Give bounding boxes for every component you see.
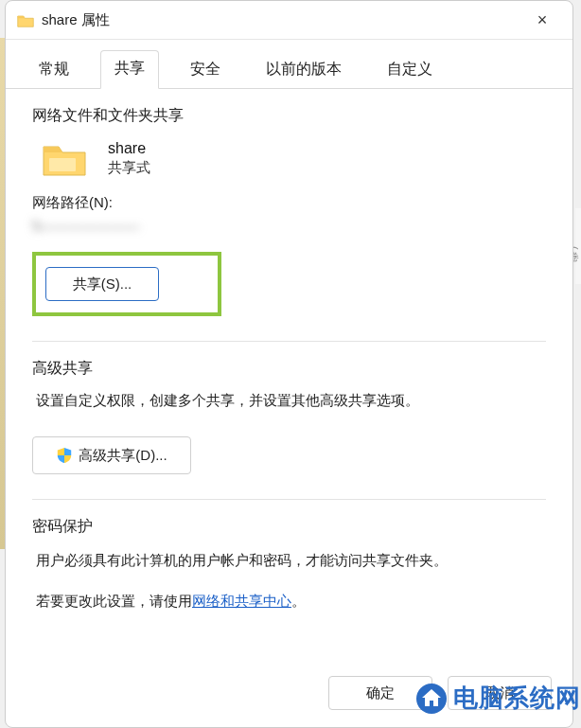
password-line2-post: 。: [291, 593, 306, 609]
divider-2: [32, 499, 546, 500]
ok-button[interactable]: 确定: [328, 676, 432, 710]
share-button-label: 共享(S)...: [73, 275, 132, 293]
folder-text-info: share 共享式: [108, 140, 150, 177]
section-title-network-sharing: 网络文件和文件夹共享: [32, 106, 546, 126]
section-title-password: 密码保护: [32, 517, 546, 537]
advanced-share-button-label: 高级共享(D)...: [79, 447, 167, 465]
window-title: share 属性: [42, 11, 523, 29]
section-title-advanced: 高级共享: [32, 359, 546, 379]
advanced-desc: 设置自定义权限，创建多个共享，并设置其他高级共享选项。: [36, 392, 546, 410]
advanced-sharing-section: 高级共享 设置自定义权限，创建多个共享，并设置其他高级共享选项。 高级共享(D)…: [32, 359, 546, 474]
tab-share[interactable]: 共享: [100, 50, 159, 89]
password-desc-line2: 若要更改此设置，请使用网络和共享中心。: [36, 591, 546, 613]
password-protection-section: 密码保护 用户必须具有此计算机的用户帐户和密码，才能访问共享文件夹。 若要更改此…: [32, 517, 546, 612]
shield-icon: [56, 447, 73, 464]
share-button[interactable]: 共享(S)...: [45, 267, 159, 301]
tab-content: 网络文件和文件夹共享 share 共享式 网络路径(N): \\———————: [6, 89, 572, 663]
folder-name: share: [108, 140, 150, 157]
advanced-share-button[interactable]: 高级共享(D)...: [32, 436, 191, 474]
dialog-footer: 确定 取消: [6, 663, 572, 727]
titlebar: share 属性 ×: [6, 1, 572, 40]
network-path-value: \\———————: [32, 218, 221, 239]
background-strip-right: 卷 (: [575, 208, 581, 284]
close-button[interactable]: ×: [523, 10, 561, 30]
network-sharing-center-link[interactable]: 网络和共享中心: [192, 593, 291, 609]
share-button-highlight: 共享(S)...: [32, 252, 221, 316]
folder-large-icon: [42, 139, 87, 177]
tab-previous-versions[interactable]: 以前的版本: [252, 51, 356, 89]
tab-general[interactable]: 常规: [25, 51, 83, 89]
tab-customize[interactable]: 自定义: [373, 51, 447, 89]
network-file-sharing-section: 网络文件和文件夹共享 share 共享式 网络路径(N): \\———————: [32, 106, 546, 316]
password-desc-line1: 用户必须具有此计算机的用户帐户和密码，才能访问共享文件夹。: [36, 550, 546, 572]
folder-info-block: share 共享式: [42, 139, 546, 177]
tab-security[interactable]: 安全: [176, 51, 235, 89]
properties-dialog: share 属性 × 常规 共享 安全 以前的版本 自定义 网络文件和文件夹共享: [5, 0, 573, 728]
svg-rect-0: [49, 158, 76, 171]
password-line2-pre: 若要更改此设置，请使用: [36, 593, 192, 609]
network-path-label: 网络路径(N):: [32, 194, 546, 212]
folder-share-state: 共享式: [108, 159, 150, 177]
divider-1: [32, 341, 546, 342]
folder-icon: [17, 13, 34, 27]
cancel-button[interactable]: 取消: [448, 676, 552, 710]
tab-strip: 常规 共享 安全 以前的版本 自定义: [6, 40, 572, 89]
